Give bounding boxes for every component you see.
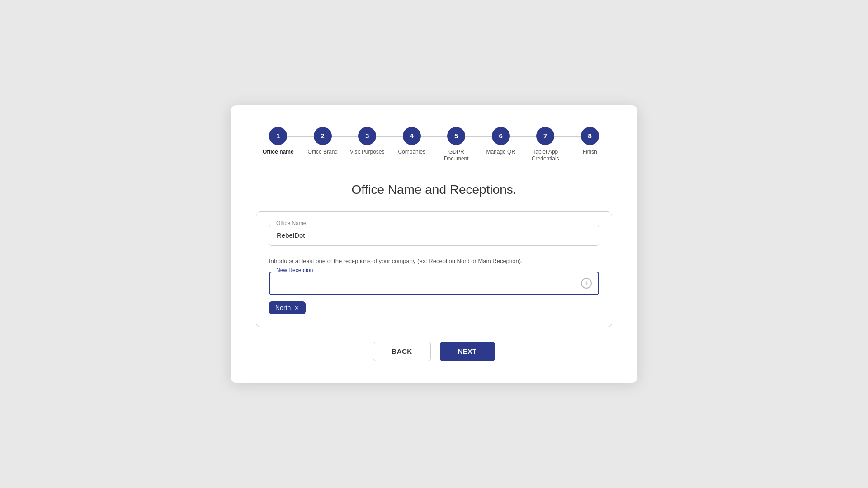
step-label-2: Office Brand bbox=[308, 149, 338, 156]
step-circle-8: 8 bbox=[581, 127, 599, 145]
step-circle-4: 4 bbox=[403, 127, 421, 145]
step-circle-7: 7 bbox=[536, 127, 554, 145]
step-label-4: Companies bbox=[398, 149, 425, 156]
step-5[interactable]: 5GDPR Document bbox=[434, 127, 479, 163]
add-reception-icon[interactable]: + bbox=[581, 278, 592, 289]
wizard-card: 1Office name2Office Brand3Visit Purposes… bbox=[231, 105, 637, 383]
back-button[interactable]: BACK bbox=[373, 342, 430, 361]
step-circle-3: 3 bbox=[358, 127, 376, 145]
step-circle-2: 2 bbox=[314, 127, 332, 145]
step-8[interactable]: 8Finish bbox=[568, 127, 613, 156]
step-6[interactable]: 6Manage QR bbox=[479, 127, 524, 156]
stepper: 1Office name2Office Brand3Visit Purposes… bbox=[256, 127, 612, 163]
step-2[interactable]: 2Office Brand bbox=[301, 127, 345, 156]
step-label-8: Finish bbox=[583, 149, 597, 156]
step-circle-6: 6 bbox=[492, 127, 510, 145]
reception-tags: North✕ bbox=[269, 301, 599, 314]
step-3[interactable]: 3Visit Purposes bbox=[345, 127, 390, 156]
step-label-3: Visit Purposes bbox=[350, 149, 384, 156]
step-label-6: Manage QR bbox=[486, 149, 515, 156]
office-name-label: Office Name bbox=[274, 220, 308, 226]
office-name-input[interactable] bbox=[269, 225, 599, 246]
form-card: Office Name Introduce at least one of th… bbox=[256, 211, 612, 328]
hint-text: Introduce at least one of the receptions… bbox=[269, 257, 599, 266]
step-label-5: GDPR Document bbox=[438, 149, 474, 163]
step-1[interactable]: 1Office name bbox=[256, 127, 301, 156]
new-reception-field-group: New Reception + bbox=[269, 272, 599, 295]
step-7[interactable]: 7Tablet App Credentials bbox=[523, 127, 568, 163]
reception-tag: North✕ bbox=[269, 301, 306, 314]
tag-label: North bbox=[275, 304, 291, 311]
tag-remove-button[interactable]: ✕ bbox=[294, 305, 299, 311]
step-label-7: Tablet App Credentials bbox=[527, 149, 563, 163]
step-4[interactable]: 4Companies bbox=[390, 127, 434, 156]
next-button[interactable]: NEXT bbox=[440, 342, 495, 361]
new-reception-label: New Reception bbox=[274, 267, 315, 273]
office-name-field-group: Office Name bbox=[269, 225, 599, 246]
button-row: BACK NEXT bbox=[256, 342, 612, 361]
step-circle-5: 5 bbox=[447, 127, 465, 145]
step-label-1: Office name bbox=[263, 149, 294, 156]
new-reception-input[interactable] bbox=[276, 280, 581, 287]
page-title: Office Name and Receptions. bbox=[256, 183, 612, 197]
reception-input-row: + bbox=[269, 272, 599, 295]
step-circle-1: 1 bbox=[269, 127, 287, 145]
